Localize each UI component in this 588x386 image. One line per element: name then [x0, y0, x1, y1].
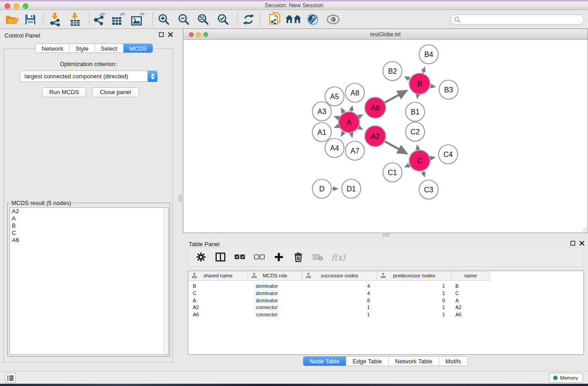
run-mcds-button[interactable]: Run MCDS [42, 87, 86, 97]
network-graph[interactable]: AA6A2BCA5A8A3A1A4A7B2B4B3B1C2C4C1C3DD1 [183, 40, 588, 233]
vertical-splitter-handle[interactable] [179, 195, 182, 202]
deselect-all-icon[interactable] [253, 251, 265, 263]
table-cell[interactable]: 4 [302, 290, 377, 297]
edge-A-A1[interactable] [335, 126, 339, 127]
zoom-in-icon[interactable] [155, 11, 172, 28]
show-graphics-icon[interactable] [325, 11, 342, 28]
horizontal-splitter-handle[interactable] [382, 234, 390, 237]
home-pages-icon[interactable] [285, 11, 302, 28]
table-cell[interactable]: B [452, 283, 490, 290]
node-table[interactable]: shared nameMCDS rolesuccessor nodesprede… [188, 271, 584, 355]
select-all-icon[interactable] [234, 251, 246, 263]
edge-B-B3[interactable] [430, 86, 435, 87]
edge-A6-B[interactable] [385, 91, 407, 102]
table-cell[interactable]: A2 [452, 304, 490, 311]
float-panel-icon[interactable] [570, 241, 575, 246]
float-panel-icon[interactable] [159, 32, 164, 37]
column-header-name[interactable]: name [452, 271, 490, 281]
edge-B-B1[interactable] [417, 95, 418, 99]
scrollbar-track[interactable] [163, 208, 168, 354]
hide-labels-icon[interactable] [304, 11, 321, 28]
edge-C-C4[interactable] [430, 157, 435, 158]
table-cell[interactable]: C [188, 290, 248, 297]
mcds-result-item[interactable]: A6 [10, 237, 168, 244]
tab-edge-table[interactable]: Edge Table [346, 357, 389, 366]
table-cell[interactable]: 8 [302, 297, 377, 305]
import-network-icon[interactable] [47, 11, 64, 28]
table-cell[interactable]: 1 [377, 290, 452, 297]
column-header-MCDS-role[interactable]: MCDS role [248, 271, 302, 281]
mcds-result-item[interactable]: A [10, 215, 168, 222]
table-cell[interactable]: 1 [302, 304, 377, 311]
table-cell[interactable]: 1 [302, 311, 377, 319]
show-columns-icon[interactable] [215, 251, 226, 263]
create-column-icon[interactable] [273, 251, 285, 263]
column-header-successor-nodes[interactable]: successor nodes [302, 271, 377, 281]
table-cell[interactable]: A2 [188, 304, 248, 311]
edge-A2-C[interactable] [385, 142, 407, 154]
edge-A-A8[interactable] [351, 106, 352, 111]
edge-C-C1[interactable] [405, 165, 410, 167]
search-input[interactable] [450, 14, 584, 24]
close-panel-icon[interactable] [579, 241, 584, 246]
edge-A-A6[interactable] [359, 114, 363, 117]
import-table-icon[interactable] [67, 11, 84, 28]
edge-B-B4[interactable] [423, 67, 425, 73]
table-cell[interactable]: 1 [377, 304, 452, 311]
export-image-icon[interactable] [129, 11, 147, 28]
column-header-shared-name[interactable]: shared name [188, 271, 248, 281]
table-settings-gear-icon[interactable] [195, 251, 207, 263]
tab-motifs[interactable]: Motifs [439, 357, 468, 366]
delete-column-icon[interactable] [292, 251, 304, 263]
table-cell[interactable]: 1 [377, 311, 452, 319]
edge-A-A3[interactable] [335, 116, 339, 118]
close-panel-icon[interactable] [168, 32, 173, 37]
edge-A-A5[interactable] [341, 108, 344, 113]
table-cell[interactable]: A [188, 297, 248, 305]
save-session-icon[interactable] [22, 11, 39, 28]
mcds-result-item[interactable]: B [10, 222, 168, 229]
zoom-fit-icon[interactable] [195, 11, 212, 28]
optimization-criterion-select[interactable]: largest connected component (directed) [20, 71, 158, 82]
export-network-icon[interactable] [91, 11, 108, 28]
tab-select[interactable]: Select [95, 44, 124, 52]
table-cell[interactable]: A6 [188, 311, 248, 319]
tab-node-table[interactable]: Node Table [303, 357, 346, 366]
table-row[interactable]: Adominator80A [188, 297, 490, 305]
edge-B-B2[interactable] [405, 77, 410, 79]
table-cell[interactable]: connector [248, 311, 302, 319]
network-window-titlebar[interactable]: testGlobe.txt [183, 29, 588, 40]
table-cell[interactable]: dominator [248, 290, 302, 297]
edge-A-A4[interactable] [341, 132, 344, 136]
export-table-icon[interactable] [110, 11, 127, 28]
zoom-out-icon[interactable] [175, 11, 192, 28]
refresh-icon[interactable] [240, 11, 257, 28]
zoom-selected-icon[interactable] [215, 11, 232, 28]
table-cell[interactable]: dominator [248, 283, 302, 290]
edge-A-A7[interactable] [351, 133, 352, 138]
table-cell[interactable]: connector [248, 304, 302, 311]
table-row[interactable]: Cdominator41C [188, 290, 490, 297]
table-cell[interactable]: B [188, 283, 248, 290]
tab-mcds[interactable]: MCDS [124, 44, 153, 52]
table-row[interactable]: Bdominator41B [188, 283, 490, 290]
open-file-icon[interactable] [4, 11, 21, 28]
task-history-button[interactable] [5, 373, 16, 383]
edge-C-C3[interactable] [423, 171, 425, 176]
table-cell[interactable]: C [452, 290, 490, 297]
table-cell[interactable]: A6 [452, 311, 490, 319]
column-header-predecessor-nodes[interactable]: predecessor nodes [377, 271, 452, 281]
memory-button[interactable]: Memory [549, 373, 583, 383]
edge-C-C2[interactable] [417, 145, 418, 150]
tab-network-table[interactable]: Network Table [389, 357, 439, 366]
table-row[interactable]: A6connector11A6 [188, 311, 490, 319]
table-cell[interactable]: 0 [377, 297, 452, 305]
table-cell[interactable]: dominator [248, 297, 302, 305]
table-cell[interactable]: A [452, 297, 490, 305]
mcds-result-item[interactable]: C [10, 229, 168, 237]
tab-network[interactable]: Network [36, 44, 70, 52]
mcds-result-item[interactable]: A2 [10, 208, 168, 215]
mcds-result-list[interactable]: A2ABCA6 [10, 207, 169, 355]
close-panel-button[interactable]: Close panel [92, 87, 139, 97]
clone-network-icon[interactable] [266, 11, 283, 28]
